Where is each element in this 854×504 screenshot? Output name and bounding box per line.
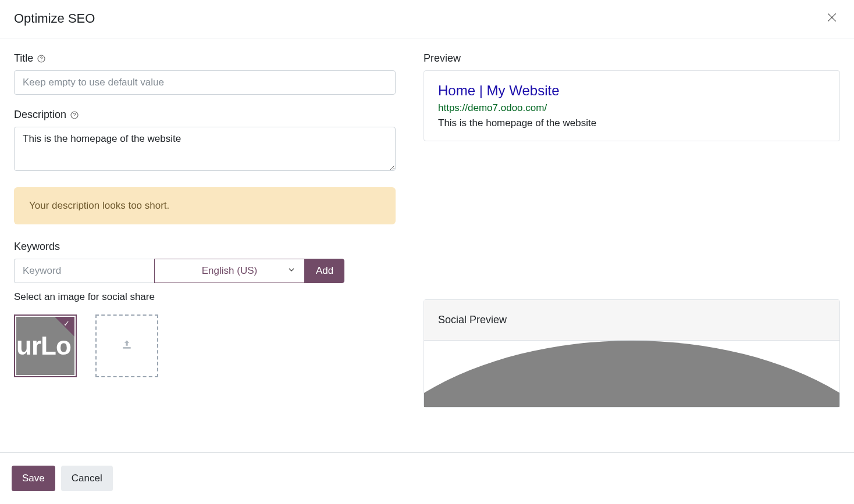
description-warning: Your description looks too short. xyxy=(14,187,396,224)
keywords-row: English (US) Add xyxy=(14,259,396,283)
keywords-label-row: Keywords xyxy=(14,241,396,253)
preview-title: Home | My Website xyxy=(438,83,825,99)
title-label-row: Title xyxy=(14,52,396,65)
svg-point-3 xyxy=(41,60,42,60)
preview-column: Preview Home | My Website https://demo7.… xyxy=(424,52,840,438)
language-select[interactable]: English (US) xyxy=(154,259,305,283)
language-selected: English (US) xyxy=(202,265,257,277)
social-preview-label: Social Preview xyxy=(424,300,839,341)
preview-url: https://demo7.odoo.com/ xyxy=(438,102,825,114)
form-column: Title Description Your description lo xyxy=(14,52,396,438)
close-button[interactable] xyxy=(824,9,840,27)
social-preview-card: Social Preview xyxy=(424,299,840,408)
dialog-title: Optimize SEO xyxy=(14,11,95,26)
logo-shape xyxy=(424,341,839,407)
svg-point-5 xyxy=(74,116,75,117)
keywords-group: Keywords English (US) Add xyxy=(14,241,396,283)
close-icon xyxy=(826,16,838,25)
help-icon[interactable] xyxy=(70,110,79,120)
check-icon: ✓ xyxy=(63,319,70,328)
title-label: Title xyxy=(14,52,33,65)
keywords-label: Keywords xyxy=(14,241,60,253)
description-group: Description xyxy=(14,109,396,173)
title-input[interactable] xyxy=(14,70,396,95)
upload-image-button[interactable] xyxy=(95,314,158,377)
social-image-option-selected[interactable]: urLo ✓ xyxy=(14,314,77,377)
description-label: Description xyxy=(14,109,66,121)
svg-rect-6 xyxy=(123,347,130,349)
add-keyword-button[interactable]: Add xyxy=(305,259,344,283)
search-preview-card: Home | My Website https://demo7.odoo.com… xyxy=(424,70,840,141)
social-preview-image xyxy=(424,341,839,407)
social-image-row: urLo ✓ xyxy=(14,314,396,377)
preview-description: This is the homepage of the website xyxy=(438,117,825,129)
help-icon[interactable] xyxy=(37,54,46,63)
dialog-footer: Save Cancel xyxy=(0,452,854,504)
preview-label: Preview xyxy=(424,52,840,65)
save-button[interactable]: Save xyxy=(12,466,55,491)
description-textarea[interactable] xyxy=(14,127,396,171)
keyword-input[interactable] xyxy=(14,259,154,283)
cancel-button[interactable]: Cancel xyxy=(61,466,113,491)
chevron-down-icon xyxy=(287,265,296,277)
upload-icon xyxy=(121,339,133,353)
title-group: Title xyxy=(14,52,396,95)
dialog-body: Title Description Your description lo xyxy=(0,38,854,452)
social-share-label: Select an image for social share xyxy=(14,291,396,303)
description-label-row: Description xyxy=(14,109,396,121)
seo-dialog: Optimize SEO Title Description xyxy=(0,0,854,504)
warning-text: Your description looks too short. xyxy=(29,200,169,211)
dialog-header: Optimize SEO xyxy=(0,0,854,38)
thumb-logo-text: urLo xyxy=(16,331,71,360)
